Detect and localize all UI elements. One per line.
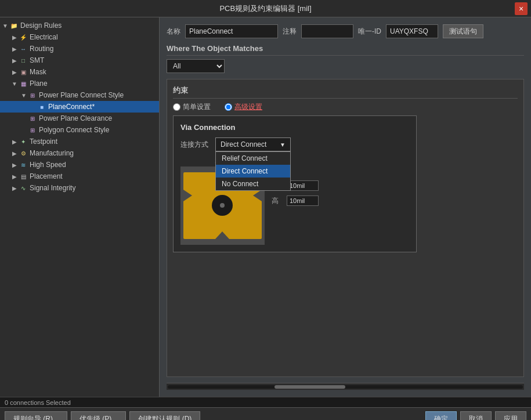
tree-item-routing[interactable]: ▶ ↔ Routing bbox=[0, 43, 159, 55]
dropdown-item-direct[interactable]: Direct Connect bbox=[216, 165, 290, 178]
tree-label: SMT bbox=[30, 56, 44, 64]
height-input[interactable] bbox=[287, 195, 319, 206]
tp-icon: ✦ bbox=[19, 137, 28, 146]
folder-icon: 📁 bbox=[9, 21, 19, 30]
uid-input[interactable] bbox=[386, 24, 438, 38]
tree-label: Signal Integrity bbox=[30, 184, 75, 192]
advanced-radio[interactable] bbox=[225, 103, 232, 111]
dropdown-item-relief[interactable]: Relief Connect bbox=[216, 152, 290, 165]
connection-dropdown-btn[interactable]: Direct Connect ▼ bbox=[215, 137, 291, 151]
main-layout: ▼ 📁 Design Rules ▶ ⚡ Electrical ▶ ↔ Rout… bbox=[0, 17, 531, 397]
tree-item-planeconnect[interactable]: ■ PlaneConnect* bbox=[0, 101, 159, 113]
connections-text: 0 connections Selected bbox=[5, 399, 71, 406]
tree-item-signal-integrity[interactable]: ▶ ∿ Signal Integrity bbox=[0, 182, 159, 194]
header-row: 名称 注释 唯一-ID 测试语句 bbox=[167, 24, 524, 38]
apply-btn[interactable]: 应用 bbox=[495, 411, 526, 421]
pgc-icon: ⊞ bbox=[28, 125, 37, 135]
tree-item-placement[interactable]: ▶ ▤ Placement bbox=[0, 171, 159, 182]
hs-icon: ≋ bbox=[19, 160, 28, 169]
tree-label: Testpoint bbox=[30, 137, 57, 146]
horizontal-scrollbar[interactable] bbox=[167, 383, 524, 390]
match-dropdown[interactable]: All bbox=[167, 59, 225, 73]
advanced-label: 高级设置 bbox=[234, 102, 262, 112]
tree-arrow: ▶ bbox=[10, 139, 19, 145]
comment-label: 注释 bbox=[283, 27, 297, 37]
connection-label: 连接方式 bbox=[180, 140, 208, 150]
via-connection-panel: Via Connection 连接方式 Direct Connect ▼ Rel… bbox=[173, 115, 417, 252]
pc-icon: ■ bbox=[37, 102, 46, 111]
close-button[interactable]: × bbox=[515, 2, 528, 15]
tree-item-smt[interactable]: ▶ □ SMT bbox=[0, 55, 159, 66]
tree-item-testpoint[interactable]: ▶ ✦ Testpoint bbox=[0, 136, 159, 147]
simple-label: 简单设置 bbox=[183, 102, 211, 112]
tree-label: Electrical bbox=[30, 33, 58, 41]
create-default-btn[interactable]: 创建默认规则 (D) bbox=[129, 411, 200, 421]
name-input[interactable] bbox=[185, 24, 278, 38]
via-row: 连接方式 Direct Connect ▼ Relief Connect Dir… bbox=[180, 137, 409, 151]
scrollbar-thumb[interactable] bbox=[274, 385, 345, 389]
window-title: PCB规则及约束编辑器 [mil] bbox=[219, 3, 311, 14]
tree-label: PlaneConnect* bbox=[48, 103, 95, 111]
tree-arrow: ▶ bbox=[10, 34, 19, 41]
comment-input[interactable] bbox=[301, 24, 353, 38]
mask-icon: ▣ bbox=[19, 67, 28, 77]
cancel-btn[interactable]: 取消 bbox=[460, 411, 492, 421]
smt-icon: □ bbox=[19, 56, 28, 65]
tree-item-plane[interactable]: ▼ ▦ Plane bbox=[0, 78, 159, 89]
radio-group: 简单设置 高级设置 bbox=[173, 99, 518, 115]
tree-item-high-speed[interactable]: ▶ ≋ High Speed bbox=[0, 159, 159, 171]
ok-btn[interactable]: 确定 bbox=[425, 411, 457, 421]
ppc2-icon: ⊞ bbox=[28, 114, 37, 123]
constraint-box: 约束 简单设置 高级设置 Via Connection 连接方式 bbox=[167, 79, 524, 377]
rule-icon: ↔ bbox=[19, 44, 28, 53]
dropdown-selected: Direct Connect bbox=[221, 140, 266, 149]
svg-point-6 bbox=[220, 203, 225, 208]
test-btn[interactable]: 测试语句 bbox=[443, 24, 483, 38]
constraint-title: 约束 bbox=[173, 85, 518, 99]
height-label: 高 bbox=[272, 196, 283, 206]
tree-item-design-rules[interactable]: ▼ 📁 Design Rules bbox=[0, 20, 159, 31]
dropdown-menu: Relief Connect Direct Connect No Connect bbox=[215, 151, 291, 191]
pl-icon: ▤ bbox=[19, 172, 28, 181]
tree-item-manufacturing[interactable]: ▶ ⚙ Manufacturing bbox=[0, 147, 159, 159]
priority-btn[interactable]: 优先级 (P)... bbox=[71, 411, 126, 421]
tree-item-mask[interactable]: ▶ ▣ Mask bbox=[0, 66, 159, 78]
connection-dropdown-container: Direct Connect ▼ Relief Connect Direct C… bbox=[215, 137, 291, 151]
tree-arrow: ▶ bbox=[10, 185, 19, 191]
tree-item-polygon-connect[interactable]: ⊞ Polygon Connect Style bbox=[0, 124, 159, 136]
tree-label: Plane bbox=[30, 79, 48, 88]
tree-label: High Speed bbox=[30, 161, 66, 169]
bottom-left-buttons: 规则向导 (R)... 优先级 (P)... 创建默认规则 (D) bbox=[5, 411, 200, 421]
tree-arrow: ▶ bbox=[10, 46, 19, 52]
title-bar: PCB规则及约束编辑器 [mil] × bbox=[0, 0, 531, 17]
tree-arrow: ▶ bbox=[10, 162, 19, 168]
tree-label: Design Rules bbox=[20, 21, 62, 30]
scrollbar-track bbox=[168, 385, 523, 389]
dropdown-item-no-connect[interactable]: No Connect bbox=[216, 178, 290, 190]
via-title: Via Connection bbox=[180, 123, 409, 132]
rule-icon: ⚡ bbox=[19, 32, 28, 42]
where-title: Where The Object Matches bbox=[167, 44, 524, 56]
dim-row-height: 高 bbox=[272, 195, 319, 206]
width-input[interactable] bbox=[287, 180, 319, 191]
simple-radio[interactable] bbox=[173, 103, 180, 111]
simple-radio-label[interactable]: 简单设置 bbox=[173, 102, 211, 112]
tree-item-power-plane-clearance[interactable]: ⊞ Power Plane Clearance bbox=[0, 113, 159, 124]
tree-arrow: ▶ bbox=[10, 57, 19, 64]
sidebar-tree: ▼ 📁 Design Rules ▶ ⚡ Electrical ▶ ↔ Rout… bbox=[0, 17, 160, 397]
tree-label: Manufacturing bbox=[30, 149, 74, 157]
dropdown-arrow-icon: ▼ bbox=[280, 142, 286, 148]
advanced-radio-label[interactable]: 高级设置 bbox=[225, 102, 262, 112]
mfg-icon: ⚙ bbox=[19, 149, 28, 158]
plane-icon: ▦ bbox=[19, 79, 28, 88]
rule-wizard-btn[interactable]: 规则向导 (R)... bbox=[5, 411, 67, 421]
where-section: Where The Object Matches All bbox=[167, 44, 524, 73]
tree-arrow: ▼ bbox=[10, 81, 19, 87]
tree-item-power-plane-connect[interactable]: ▼ ⊞ Power Plane Connect Style bbox=[0, 89, 159, 101]
bottom-bar: 规则向导 (R)... 优先级 (P)... 创建默认规则 (D) 确定 取消 … bbox=[0, 407, 531, 420]
bottom-right-buttons: 确定 取消 应用 bbox=[425, 411, 526, 421]
tree-label: Routing bbox=[30, 45, 53, 53]
tree-arrow: ▼ bbox=[20, 92, 28, 99]
tree-label: Power Plane Clearance bbox=[39, 114, 112, 122]
tree-item-electrical[interactable]: ▶ ⚡ Electrical bbox=[0, 31, 159, 43]
